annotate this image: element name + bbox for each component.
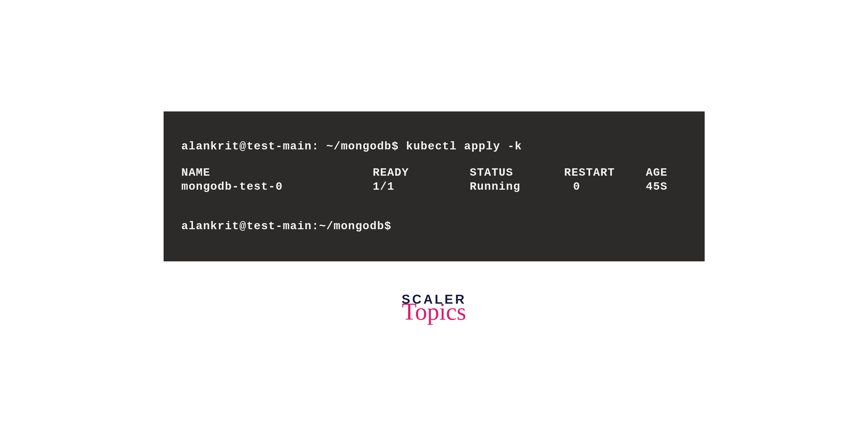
cell-restart: 0 bbox=[564, 180, 646, 194]
cell-status: Running bbox=[470, 180, 564, 194]
command-line-2: alankrit@test-main:~/mongodb$ bbox=[182, 219, 687, 233]
cell-ready: 1/1 bbox=[373, 180, 470, 194]
cell-age: 45S bbox=[646, 180, 684, 194]
table-row: mongodb-test-0 1/1 Running 0 45S bbox=[182, 180, 687, 194]
col-header-restart: RESTART bbox=[564, 166, 646, 180]
scaler-topics-logo: SCALER Topics bbox=[383, 292, 485, 324]
col-header-age: AGE bbox=[646, 166, 684, 180]
col-header-status: STATUS bbox=[470, 166, 564, 180]
cell-name: mongodb-test-0 bbox=[182, 180, 373, 194]
col-header-name: NAME bbox=[182, 166, 373, 180]
col-header-ready: READY bbox=[373, 166, 470, 180]
logo-text-topics: Topics bbox=[383, 300, 485, 324]
command-line-1: alankrit@test-main: ~/mongodb$ kubectl a… bbox=[182, 139, 687, 154]
table-header-row: NAME READY STATUS RESTART AGE bbox=[182, 166, 687, 180]
terminal-window[interactable]: alankrit@test-main: ~/mongodb$ kubectl a… bbox=[164, 111, 705, 261]
kubectl-output-table: NAME READY STATUS RESTART AGE mongodb-te… bbox=[182, 166, 687, 194]
